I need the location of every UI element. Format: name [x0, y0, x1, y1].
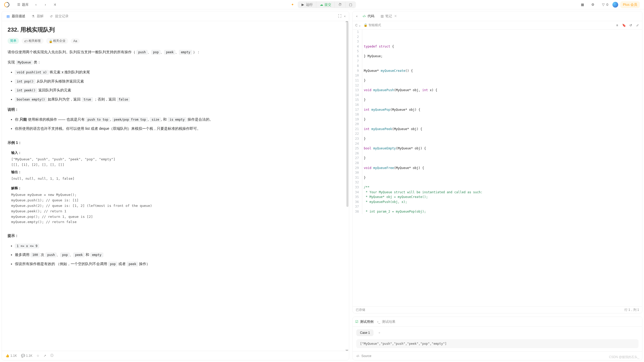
check-square-icon: ☑	[355, 320, 358, 324]
shuffle-button[interactable]: ⤭	[51, 2, 59, 8]
notes-list: 你 只能 使用标准的栈操作 —— 也就是只有 push to top, peek…	[8, 116, 343, 132]
submit-button[interactable]: ☁ 提交	[316, 1, 334, 8]
sparkle-icon: ✦	[290, 3, 294, 7]
description-scroll[interactable]: 232. 用栈实现队列 简单 🏷相关标签 🔒相关企业 Aa 请你仅使用两个栈实现…	[2, 21, 349, 351]
doc-icon: ▤	[7, 14, 10, 18]
sparkle-button[interactable]: ✦	[288, 2, 297, 8]
note-icon: ▢	[348, 3, 353, 7]
fullscreen-icon[interactable]: ⛶	[338, 14, 342, 18]
tab-testcases[interactable]: ☑ 测试用例	[355, 319, 374, 324]
info-icon: ⓘ	[50, 353, 53, 358]
test-tabs: ☑ 测试用例 ›_ 测试结果	[353, 317, 642, 327]
lang-select[interactable]: C ⌄	[355, 24, 361, 27]
tab-notes[interactable]: ▥ 笔记 ✕	[378, 12, 400, 20]
saved-label: 已存储	[356, 308, 365, 312]
code-panel: ‹ ‹/› 代码 ▥ 笔记 ✕ C ⌄ 🔒 智能模式 ≡ 🔖 ↺ ⤢	[352, 11, 642, 313]
code-tabs: ‹ ‹/› 代码 ▥ 笔记 ✕	[353, 11, 642, 21]
like-button[interactable]: 👍1.1K	[5, 354, 17, 358]
plus-button[interactable]: Plus 会员	[620, 1, 640, 8]
avatar[interactable]	[612, 2, 618, 8]
case-1-chip[interactable]: Case 1	[356, 329, 374, 336]
test-body: Case 1 ＋ ["MyQueue","push","push","peek"…	[353, 327, 642, 351]
lock-icon: 🔒	[364, 23, 368, 27]
tag-icon: 🏷	[24, 39, 27, 43]
description-footer: 👍1.1K 💬1.1K ☆ ↗ ⓘ	[2, 351, 349, 360]
topbar: ☰ 题库 ‹ › ⤭ ✦ ▶ 运行 ☁ 提交 ⏱ ▢ ▦ ⚙ ▽0 Plus 会…	[0, 0, 644, 9]
chevron-right-icon: ›	[43, 3, 47, 7]
lock-icon: 🔒	[49, 39, 52, 43]
intro-line: 请你仅使用两个栈实现先入先出队列。队列应当支持一般队列支持的所有操作（ push…	[8, 49, 343, 56]
companies-chip[interactable]: 🔒相关企业	[46, 38, 68, 44]
tab-description[interactable]: ▤ 题目描述	[4, 12, 28, 20]
tags-chip[interactable]: 🏷相关标签	[22, 38, 44, 44]
book-icon: ▥	[381, 14, 384, 18]
star-icon: ☆	[37, 354, 39, 358]
problem-list-button[interactable]: ☰ 题库	[15, 1, 31, 8]
streak-count: 0	[606, 3, 608, 7]
flame-icon: ▽	[601, 3, 605, 7]
terminal-icon: ›_	[377, 320, 380, 324]
streak-button[interactable]: ▽0	[599, 2, 610, 8]
close-icon[interactable]: ✕	[394, 14, 397, 18]
description-panel: ▤ 题目描述 ⚗ 题解 ↺ 提交记录 ⛶ ‹ 232. 用栈实现队列 简单	[2, 11, 349, 360]
tab-submissions[interactable]: ↺ 提交记录	[47, 12, 71, 20]
add-case-button[interactable]: ＋	[376, 329, 383, 336]
expand-icon[interactable]: ⤢	[635, 23, 640, 27]
problem-list-label: 题库	[22, 2, 29, 7]
layout-button[interactable]: ▦	[578, 2, 587, 8]
source-row[interactable]: ‹/› Source	[353, 351, 642, 360]
code-icon: ‹/›	[356, 354, 359, 358]
cursor-position: 行 1，列 1	[624, 308, 639, 312]
chevron-down-icon: ⌄	[358, 24, 361, 27]
collapse-left-icon[interactable]: ‹	[343, 14, 347, 18]
tab-testresults[interactable]: ›_ 测试结果	[377, 319, 395, 324]
share-icon: ↗	[44, 354, 46, 358]
ops-list: void push(int x) 将元素 x 推到队列的末尾 int pop()…	[8, 69, 343, 103]
flask-icon: ⚗	[32, 14, 35, 18]
prev-problem-button[interactable]: ‹	[32, 2, 40, 8]
main: ▤ 题目描述 ⚗ 题解 ↺ 提交记录 ⛶ ‹ 232. 用栈实现队列 简单	[0, 9, 644, 362]
implement-line: 实现 MyQueue 类：	[8, 59, 343, 66]
hints-list: 1 <= x <= 9 最多调用 100 次 push、pop、peek 和 e…	[8, 242, 343, 267]
test-panel: ☑ 测试用例 ›_ 测试结果 Case 1 ＋ ["MyQueue","push…	[352, 317, 642, 360]
left-tabs: ▤ 题目描述 ⚗ 题解 ↺ 提交记录 ⛶ ‹	[2, 11, 349, 21]
code-icon: ‹/›	[363, 14, 366, 18]
difficulty-chip[interactable]: 简单	[8, 38, 19, 44]
tab-code[interactable]: ‹/› 代码	[360, 12, 377, 20]
scrollbar-thumb[interactable]	[346, 22, 348, 207]
run-label: 运行	[306, 2, 313, 7]
example-block: 输入： ["MyQueue", "push", "push", "peek", …	[8, 150, 343, 225]
testcase-input[interactable]: ["MyQueue","push","push","peek","pop","e…	[356, 339, 639, 348]
problem-title: 232. 用栈实现队列	[8, 26, 343, 34]
auto-mode[interactable]: 🔒 智能模式	[364, 23, 381, 27]
cloud-upload-icon: ☁	[319, 3, 323, 7]
editor-status: 已存储 行 1，列 1	[353, 306, 642, 313]
chevron-left-icon: ‹	[34, 3, 38, 7]
right-column: ‹ ‹/› 代码 ▥ 笔记 ✕ C ⌄ 🔒 智能模式 ≡ 🔖 ↺ ⤢	[351, 9, 644, 362]
code-editor[interactable]: 1234typedef struct {56} MyQueue;789MyQue…	[353, 30, 642, 306]
comments-button[interactable]: 💬1.1K	[21, 354, 33, 358]
favorite-button[interactable]: ☆	[37, 354, 39, 358]
play-icon: ▶	[301, 3, 305, 7]
bookmark-icon[interactable]: 🔖	[622, 23, 626, 27]
run-button[interactable]: ▶ 运行	[298, 1, 316, 8]
history-icon: ↺	[50, 14, 53, 18]
notes-button[interactable]: ▢	[345, 2, 356, 8]
logo-icon[interactable]	[3, 1, 10, 8]
comment-icon: 💬	[21, 354, 25, 358]
hint-chip[interactable]: Aa	[71, 38, 80, 44]
code-toolbar: C ⌄ 🔒 智能模式 ≡ 🔖 ↺ ⤢	[353, 21, 642, 30]
example-header: 示例 1：	[8, 139, 343, 146]
timer-button[interactable]: ⏱	[334, 2, 345, 8]
tab-editorial[interactable]: ⚗ 题解	[29, 12, 46, 20]
scroll-down-icon[interactable]	[345, 350, 348, 351]
timer-icon: ⏱	[338, 3, 342, 7]
settings-button[interactable]: ⚙	[589, 2, 597, 8]
collapse-right-icon[interactable]: ‹	[355, 14, 359, 18]
reset-icon[interactable]: ↺	[629, 23, 633, 27]
feedback-button[interactable]: ⓘ	[50, 353, 53, 358]
share-button[interactable]: ↗	[44, 354, 46, 358]
next-problem-button[interactable]: ›	[41, 2, 50, 8]
format-icon[interactable]: ≡	[615, 23, 619, 27]
run-group: ▶ 运行 ☁ 提交 ⏱ ▢	[298, 1, 356, 8]
